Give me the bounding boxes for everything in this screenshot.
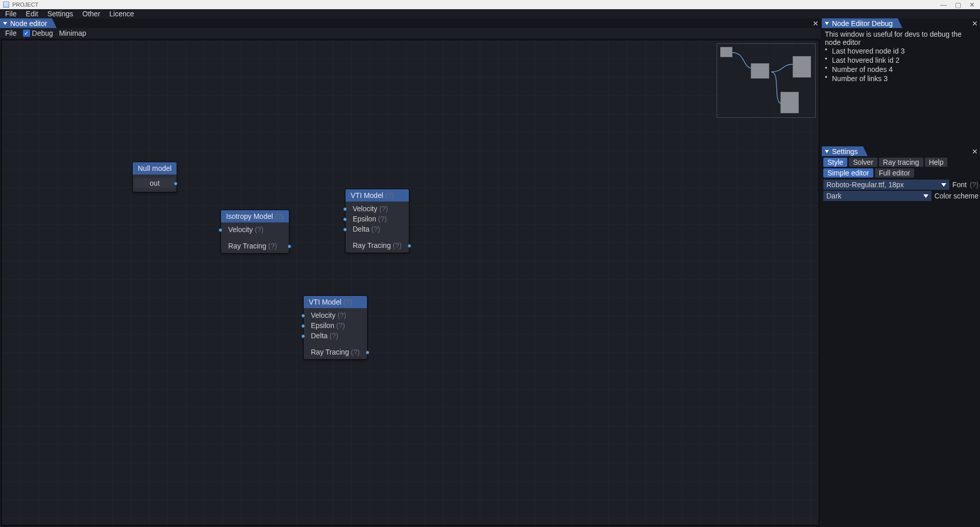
node-output: Ray Tracing (?) (346, 240, 409, 250)
help-icon[interactable]: (?) (330, 332, 338, 340)
tab-node-editor[interactable]: Node editor (0, 18, 52, 28)
help-icon[interactable]: (?) (351, 348, 360, 356)
subtab-ray-tracing[interactable]: Ray tracing (879, 158, 923, 167)
node-input: Velocity (?) (346, 204, 409, 214)
output-port[interactable] (174, 182, 178, 186)
chevron-down-icon (923, 194, 928, 198)
graph-node[interactable]: VTI Model (?)Velocity (?)Epsilon (?)Delt… (303, 295, 368, 360)
close-icon[interactable]: ✕ (811, 19, 821, 28)
menu-settings[interactable]: Settings (47, 10, 74, 18)
menu-licence[interactable]: Licence (109, 10, 134, 18)
node-header[interactable]: VTI Model (?) (346, 189, 409, 202)
input-port[interactable] (301, 314, 305, 318)
node-input: Epsilon (?) (304, 320, 367, 331)
tab-label: Node Editor Debug (832, 19, 893, 28)
subtab-style[interactable]: Style (823, 158, 847, 167)
minimap-node (780, 92, 799, 113)
help-icon[interactable]: (?) (385, 191, 394, 199)
help-icon[interactable]: (?) (378, 215, 387, 223)
debug-checkbox[interactable]: ✓ (23, 30, 30, 37)
output-port[interactable] (287, 244, 291, 248)
color-scheme-value: Dark (826, 192, 842, 200)
minimap-node (720, 47, 732, 57)
node-output: Ray Tracing (?) (221, 241, 289, 251)
window-maximize-button[interactable]: ▢ (955, 1, 961, 9)
window-minimize-button[interactable]: — (940, 1, 947, 9)
node-input: Epsilon (?) (346, 214, 409, 224)
main-menubar: File Edit Settings Other Licence (0, 9, 980, 18)
graph-node[interactable]: Isotropy Model (?)Velocity (?)Ray Tracin… (220, 210, 289, 254)
input-port[interactable] (301, 324, 305, 328)
node-input: Velocity (?) (221, 224, 289, 235)
node-header[interactable]: Null model (133, 162, 177, 174)
minimap-node (751, 63, 769, 79)
settings-panel: Settings ✕ Style Solver Ray tracing Help… (822, 146, 980, 202)
subtab-solver[interactable]: Solver (849, 158, 877, 167)
subtab-help[interactable]: Help (925, 158, 948, 167)
node-canvas[interactable]: Null modeloutIsotropy Model (?)Velocity … (2, 40, 819, 525)
font-select[interactable]: Roboto-Regular.ttf, 18px (823, 180, 949, 190)
help-icon[interactable]: (?) (255, 225, 263, 234)
debug-item: Number of links 3 (832, 74, 977, 83)
node-editor-tabbar: Node editor ✕ (0, 18, 821, 28)
minimap[interactable] (717, 43, 816, 118)
subtab-simple-editor[interactable]: Simple editor (823, 168, 873, 178)
font-label: Font (952, 181, 967, 189)
tab-settings[interactable]: Settings (822, 146, 863, 156)
minimap-node (793, 56, 811, 78)
window-title: PROJECT (12, 2, 38, 8)
input-port[interactable] (343, 228, 347, 232)
node-input: Delta (?) (346, 224, 409, 234)
debug-item: Number of nodes 4 (832, 65, 977, 74)
node-header[interactable]: VTI Model (?) (304, 296, 367, 308)
debug-intro: This window is useful for devs to debug … (825, 30, 977, 46)
output-port[interactable] (407, 244, 411, 248)
help-icon[interactable]: (?) (337, 311, 346, 319)
graph-node[interactable]: Null modelout (132, 162, 177, 192)
help-icon[interactable]: (?) (336, 321, 345, 330)
tab-node-editor-debug[interactable]: Node Editor Debug (822, 18, 898, 28)
tab-label: Node editor (10, 19, 47, 28)
tab-label: Settings (832, 147, 858, 156)
input-port[interactable] (218, 228, 223, 232)
node-output[interactable]: out (134, 178, 175, 188)
help-icon[interactable]: (?) (372, 225, 380, 233)
debug-item: Last hovered link id 2 (832, 56, 977, 65)
help-icon[interactable]: (?) (275, 212, 284, 220)
help-icon[interactable]: (?) (344, 298, 352, 306)
menu-edit[interactable]: Edit (26, 10, 38, 18)
graph-node[interactable]: VTI Model (?)Velocity (?)Epsilon (?)Delt… (345, 189, 409, 253)
help-icon[interactable]: (?) (268, 242, 277, 250)
input-port[interactable] (343, 207, 347, 211)
close-icon[interactable]: ✕ (970, 19, 980, 28)
chevron-down-icon (3, 22, 7, 25)
help-icon[interactable]: (?) (970, 181, 978, 189)
help-icon[interactable]: (?) (393, 241, 402, 249)
color-scheme-select[interactable]: Dark (823, 191, 932, 201)
node-input: Delta (?) (304, 331, 367, 341)
app-icon (3, 2, 9, 8)
sub-minimap[interactable]: Minimap (59, 29, 86, 37)
chevron-down-icon (825, 150, 829, 153)
minimap-links (717, 44, 819, 120)
chevron-down-icon (941, 183, 946, 187)
menu-other[interactable]: Other (82, 10, 100, 18)
debug-item: Last hovered node id 3 (832, 46, 977, 56)
sub-debug[interactable]: Debug (32, 29, 53, 37)
canvas-grid (2, 40, 819, 525)
help-icon[interactable]: (?) (379, 205, 388, 213)
node-output: Ray Tracing (?) (304, 347, 367, 357)
input-port[interactable] (301, 334, 305, 338)
font-value: Roboto-Regular.ttf, 18px (826, 181, 904, 189)
sub-file[interactable]: File (5, 29, 17, 37)
node-header[interactable]: Isotropy Model (?) (221, 210, 289, 222)
menu-file[interactable]: File (5, 10, 17, 18)
window-titlebar: PROJECT — ▢ ✕ (0, 0, 980, 9)
window-close-button[interactable]: ✕ (969, 1, 975, 9)
subtab-full-editor[interactable]: Full editor (875, 168, 914, 178)
close-icon[interactable]: ✕ (970, 147, 980, 156)
node-editor-subbar: File ✓ Debug Minimap (0, 28, 821, 38)
chevron-down-icon (825, 22, 829, 25)
input-port[interactable] (343, 217, 347, 221)
output-port[interactable] (365, 350, 370, 355)
